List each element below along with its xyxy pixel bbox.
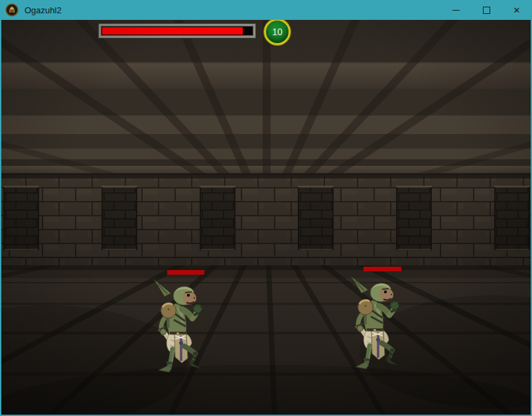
app-window: Ogazuhl2 ✕	[0, 0, 532, 416]
titlebar: Ogazuhl2 ✕	[0, 0, 532, 20]
maximize-icon	[483, 7, 490, 14]
enemy-goblin[interactable]	[145, 274, 211, 375]
goblin-sprite	[145, 274, 211, 375]
maximize-button[interactable]	[471, 0, 501, 20]
dungeon-scene	[1, 20, 531, 415]
player-health-bar	[98, 23, 256, 38]
close-icon: ✕	[513, 6, 521, 15]
close-button[interactable]: ✕	[501, 0, 532, 20]
window-controls: ✕	[440, 0, 532, 20]
minimize-icon	[452, 10, 460, 11]
enemy-health-bar	[364, 267, 401, 271]
goblin-sprite	[342, 271, 408, 372]
game-viewport: 10	[1, 20, 531, 415]
player-health-fill	[102, 27, 243, 35]
enemy-goblin[interactable]	[342, 271, 408, 372]
enemy-health-bar	[167, 270, 204, 275]
counter-value: 10	[272, 27, 283, 37]
player-health-track	[102, 27, 252, 35]
app-icon	[5, 3, 19, 17]
minimize-button[interactable]	[440, 0, 471, 20]
window-title: Ogazuhl2	[25, 5, 62, 15]
back-wall	[1, 175, 531, 265]
